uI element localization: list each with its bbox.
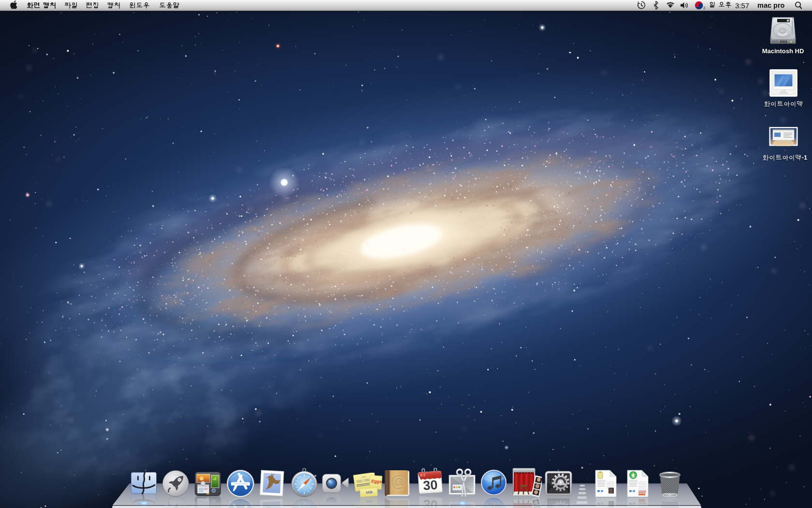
svg-text:Eggs: Eggs bbox=[371, 478, 382, 484]
svg-text:Milk: Milk bbox=[366, 490, 374, 495]
svg-text:Lou: Lou bbox=[361, 475, 366, 478]
svg-text:@: @ bbox=[391, 504, 407, 508]
svg-text:Milk: Milk bbox=[366, 499, 374, 504]
svg-text:2: 2 bbox=[703, 6, 706, 10]
svg-text:30: 30 bbox=[422, 478, 438, 493]
svg-text:@: @ bbox=[391, 472, 407, 491]
